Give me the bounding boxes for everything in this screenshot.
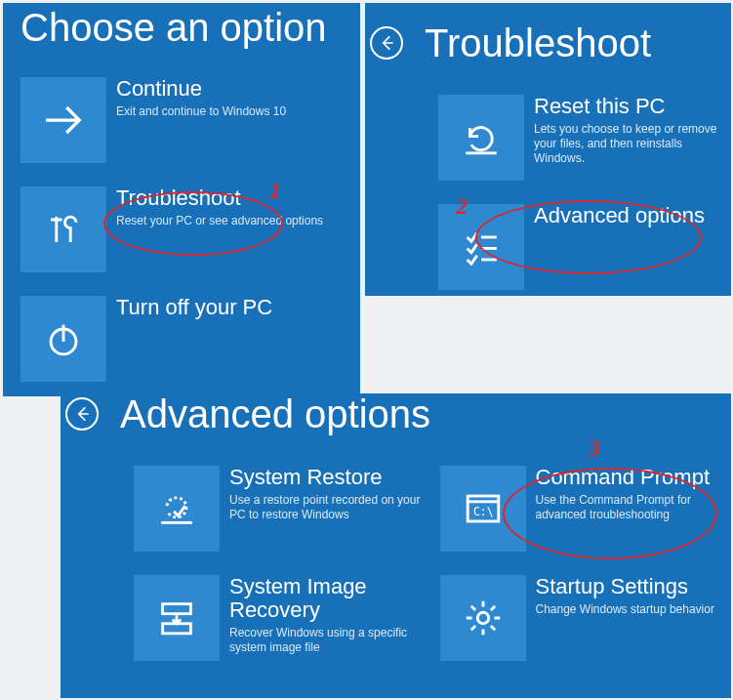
tile-startup-settings[interactable]: Startup Settings Change Windows startup … xyxy=(440,575,727,661)
command-prompt-icon: C:\ xyxy=(440,466,526,552)
screen-troubleshoot: Troubleshoot Reset this PC Lets you choo… xyxy=(365,3,731,296)
tile-advanced-options[interactable]: Advanced options xyxy=(438,204,726,290)
tile-desc: Change Windows startup behavior xyxy=(536,602,714,617)
checklist-icon xyxy=(438,204,524,290)
tile-title: Troubleshoot xyxy=(116,186,323,210)
tools-icon xyxy=(20,186,106,272)
tile-desc: Use the Command Prompt for advanced trou… xyxy=(536,493,727,522)
restore-icon xyxy=(134,466,220,552)
screen-choose-an-option: Choose an option Continue Exit and conti… xyxy=(3,3,360,396)
tile-command-prompt[interactable]: C:\ Command Prompt Use the Command Promp… xyxy=(440,466,727,552)
svg-rect-1 xyxy=(163,604,191,614)
tile-reset-this-pc[interactable]: Reset this PC Lets you choose to keep or… xyxy=(438,95,726,181)
page-title: Troubleshoot xyxy=(425,22,651,63)
page-title: Advanced options xyxy=(120,393,430,434)
tile-title: Reset this PC xyxy=(534,95,726,118)
tile-title: System Restore xyxy=(229,466,421,489)
tile-title: Turn off your PC xyxy=(116,296,272,319)
tile-desc: Use a restore point recorded on your PC … xyxy=(229,493,421,522)
tile-desc: Recover Windows using a specific system … xyxy=(229,626,421,655)
tile-title: Command Prompt xyxy=(536,466,727,489)
tile-system-restore[interactable]: System Restore Use a restore point recor… xyxy=(134,466,421,552)
tile-continue[interactable]: Continue Exit and continue to Windows 10 xyxy=(20,77,345,163)
tile-desc: Reset your PC or see advanced options xyxy=(116,214,323,228)
svg-text:C:\: C:\ xyxy=(472,505,493,518)
svg-point-5 xyxy=(477,612,489,624)
gear-icon xyxy=(440,575,526,661)
tile-title: Advanced options xyxy=(534,204,705,227)
tile-desc: Exit and continue to Windows 10 xyxy=(116,104,286,119)
tile-troubleshoot[interactable]: Troubleshoot Reset your PC or see advanc… xyxy=(20,186,345,272)
page-title: Choose an option xyxy=(20,7,345,48)
image-recovery-icon xyxy=(134,575,220,661)
screen-advanced-options: Advanced options System Restore Use a re… xyxy=(61,393,731,698)
tile-title: Startup Settings xyxy=(536,575,714,598)
power-icon xyxy=(20,296,106,382)
back-button[interactable] xyxy=(65,397,99,431)
tile-title: Continue xyxy=(116,77,286,101)
tile-title: System Image Recovery xyxy=(229,575,421,622)
back-button[interactable] xyxy=(370,26,403,60)
tile-turn-off-pc[interactable]: Turn off your PC xyxy=(20,296,345,382)
reset-pc-icon xyxy=(438,95,524,181)
tile-system-image-recovery[interactable]: System Image Recovery Recover Windows us… xyxy=(134,575,421,661)
arrow-right-icon xyxy=(20,77,106,163)
tile-desc: Lets you choose to keep or remove your f… xyxy=(534,122,726,166)
